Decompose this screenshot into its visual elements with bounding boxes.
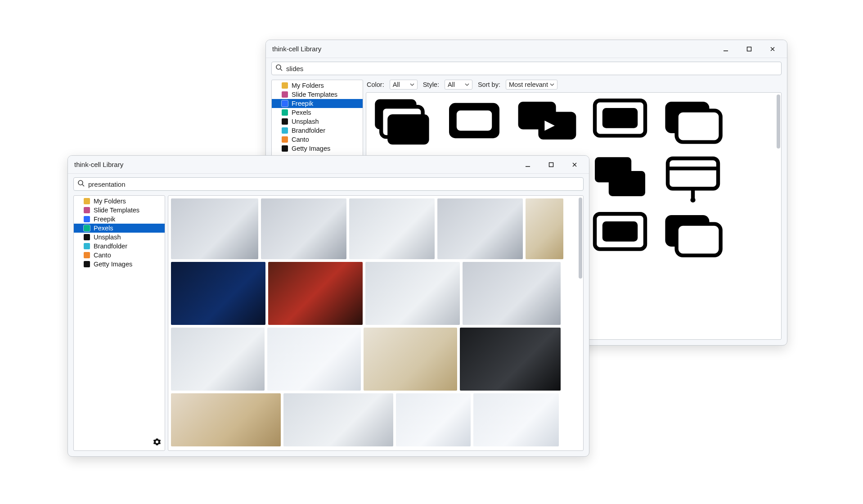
canto-icon (282, 136, 288, 143)
result-icon[interactable] (588, 152, 652, 202)
result-thumbnail[interactable] (261, 198, 346, 259)
sidebar-item-getty-images[interactable]: Getty Images (74, 260, 165, 269)
svg-rect-21 (668, 158, 718, 189)
maximize-button[interactable] (737, 40, 761, 58)
sidebar-item-freepik[interactable]: Freepik (272, 99, 363, 108)
minimize-button[interactable] (516, 156, 539, 173)
pexels-icon (282, 109, 288, 116)
filter-bar: Color: All Style: All Sort by: Most rele… (366, 80, 782, 92)
result-thumbnail[interactable] (526, 198, 563, 259)
unsplash-icon (282, 118, 288, 125)
result-thumbnail[interactable] (396, 393, 471, 446)
freepik-icon (282, 100, 288, 107)
result-thumbnail[interactable] (364, 328, 457, 391)
search-input[interactable] (286, 65, 778, 72)
result-thumbnail[interactable] (171, 198, 258, 259)
chevron-down-icon (465, 81, 469, 88)
result-icon[interactable] (442, 95, 507, 146)
filter-style-select[interactable]: All (445, 80, 472, 90)
source-sidebar: My FoldersSlide TemplatesFreepikPexelsUn… (73, 195, 165, 451)
result-icon[interactable] (369, 95, 434, 146)
result-thumbnail[interactable] (267, 328, 361, 391)
result-thumbnail[interactable] (473, 393, 559, 446)
minimize-button[interactable] (714, 40, 737, 58)
result-thumbnail[interactable] (268, 262, 363, 325)
sidebar-item-label: Canto (292, 136, 309, 143)
result-thumbnail[interactable] (171, 262, 265, 325)
sidebar-item-label: Pexels (292, 109, 311, 116)
result-thumbnail[interactable] (349, 198, 435, 259)
sidebar-item-label: Brandfolder (94, 243, 127, 250)
folder-icon (282, 82, 288, 89)
result-icon[interactable] (661, 209, 725, 259)
result-thumbnail[interactable] (463, 262, 561, 325)
search-box[interactable] (73, 177, 584, 191)
titlebar[interactable]: think-cell Library (266, 40, 787, 58)
scrollbar[interactable] (777, 94, 780, 338)
search-box[interactable] (271, 62, 782, 75)
svg-rect-0 (747, 47, 751, 51)
chevron-down-icon (550, 81, 554, 88)
svg-rect-36 (677, 224, 721, 256)
result-thumbnail[interactable] (171, 328, 265, 391)
sidebar-item-label: Slide Templates (94, 207, 139, 214)
titlebar[interactable]: think-cell Library (68, 156, 589, 174)
brandfolder-icon (84, 243, 90, 249)
sidebar-item-pexels[interactable]: Pexels (74, 224, 165, 233)
sidebar-item-my-folders[interactable]: My Folders (272, 81, 363, 90)
sidebar-item-slide-templates[interactable]: Slide Templates (272, 90, 363, 99)
template-icon (282, 91, 288, 98)
search-icon (275, 64, 283, 73)
photo-results[interactable] (168, 196, 577, 450)
folder-icon (84, 198, 90, 204)
maximize-button[interactable] (539, 156, 563, 173)
results-panel (168, 195, 584, 451)
result-icon[interactable] (661, 152, 725, 202)
sidebar-item-slide-templates[interactable]: Slide Templates (74, 206, 165, 215)
result-thumbnail[interactable] (365, 262, 460, 325)
sidebar-item-my-folders[interactable]: My Folders (74, 197, 165, 206)
search-icon (77, 180, 85, 189)
svg-rect-20 (609, 171, 645, 196)
result-icon[interactable] (515, 95, 580, 146)
sidebar-item-canto[interactable]: Canto (272, 135, 363, 144)
svg-point-1 (276, 65, 281, 69)
gear-icon[interactable] (153, 438, 161, 448)
result-thumbnail[interactable] (171, 393, 281, 446)
filter-sort-select[interactable]: Most relevant (506, 80, 557, 90)
close-button[interactable] (761, 40, 784, 58)
filter-color-label: Color: (367, 81, 384, 88)
result-icon[interactable] (588, 95, 652, 146)
scrollbar[interactable] (579, 198, 582, 449)
sidebar-item-unsplash[interactable]: Unsplash (272, 117, 363, 126)
unsplash-icon (84, 234, 90, 240)
sidebar-item-label: Unsplash (94, 234, 121, 241)
sidebar-item-getty-images[interactable]: Getty Images (272, 144, 363, 153)
sidebar-item-label: Canto (94, 252, 111, 259)
sidebar-item-label: Pexels (94, 225, 113, 232)
svg-rect-8 (538, 112, 576, 140)
result-thumbnail[interactable] (283, 393, 393, 446)
sidebar-item-pexels[interactable]: Pexels (272, 108, 363, 117)
svg-rect-11 (602, 108, 638, 128)
getty-icon (84, 261, 90, 267)
sidebar-item-label: Unsplash (292, 118, 319, 125)
search-input[interactable] (88, 180, 580, 188)
freepik-icon (84, 216, 90, 222)
filter-color-select[interactable]: All (390, 80, 418, 90)
getty-icon (282, 145, 288, 152)
pexels-icon (84, 225, 90, 231)
filter-sort-label: Sort by: (478, 81, 500, 88)
sidebar-item-unsplash[interactable]: Unsplash (74, 233, 165, 242)
sidebar-item-label: Freepik (292, 100, 313, 107)
sidebar-item-label: Getty Images (292, 145, 330, 152)
sidebar-item-brandfolder[interactable]: Brandfolder (272, 126, 363, 135)
result-icon[interactable] (588, 209, 652, 259)
result-icon[interactable] (661, 95, 725, 146)
sidebar-item-brandfolder[interactable]: Brandfolder (74, 242, 165, 251)
close-button[interactable] (563, 156, 586, 173)
sidebar-item-canto[interactable]: Canto (74, 251, 165, 260)
result-thumbnail[interactable] (437, 198, 523, 259)
sidebar-item-freepik[interactable]: Freepik (74, 215, 165, 224)
result-thumbnail[interactable] (460, 328, 561, 391)
